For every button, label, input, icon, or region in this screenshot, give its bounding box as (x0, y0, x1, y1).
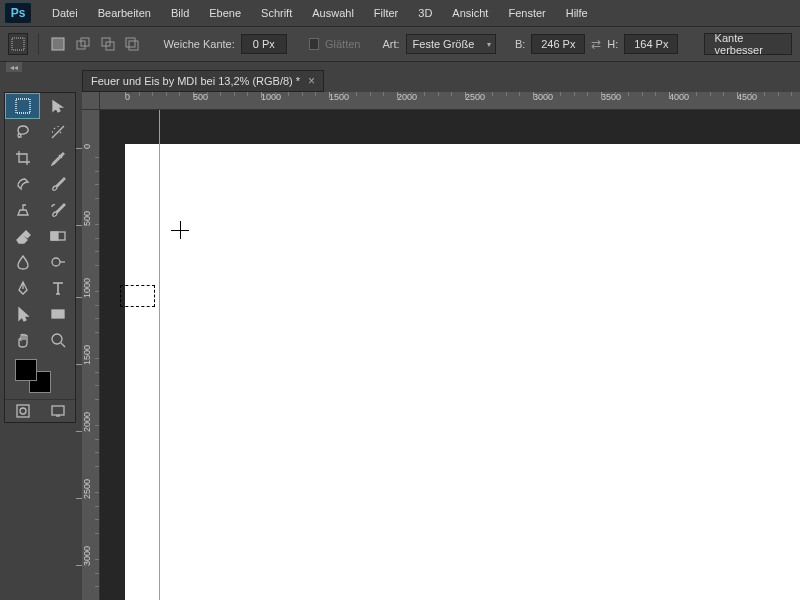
menu-select[interactable]: Auswahl (302, 3, 364, 23)
svg-rect-8 (16, 99, 30, 113)
height-label: H: (607, 38, 618, 50)
menu-view[interactable]: Ansicht (442, 3, 498, 23)
hand-tool[interactable] (5, 327, 40, 353)
clone-stamp-tool[interactable] (5, 197, 40, 223)
foreground-color[interactable] (15, 359, 37, 381)
guide-vertical[interactable] (159, 110, 160, 600)
menu-layer[interactable]: Ebene (199, 3, 251, 23)
subtract-selection-icon[interactable] (98, 34, 117, 54)
document-canvas[interactable] (125, 144, 800, 600)
style-dropdown[interactable]: Feste Größe (406, 34, 497, 54)
expand-toolbox-handle[interactable]: ◂◂ (6, 62, 22, 72)
add-selection-icon[interactable] (74, 34, 93, 54)
zoom-tool[interactable] (40, 327, 75, 353)
ruler-v-tick: 1500 (82, 345, 92, 365)
refine-edge-button[interactable]: Kante verbesser (704, 33, 792, 55)
menu-image[interactable]: Bild (161, 3, 199, 23)
quick-mask-toggle[interactable] (5, 400, 40, 422)
svg-rect-14 (17, 405, 29, 417)
ruler-origin[interactable] (82, 92, 100, 110)
screen-mode-toggle[interactable] (40, 400, 75, 422)
options-bar: Weiche Kante: Glätten Art: Feste Größe B… (0, 26, 800, 62)
eraser-tool[interactable] (5, 223, 40, 249)
ruler-h-tick: 3000 (533, 92, 553, 102)
feather-label: Weiche Kante: (163, 38, 234, 50)
path-selection-tool[interactable] (5, 301, 40, 327)
canvas-area[interactable] (100, 110, 800, 600)
width-input[interactable] (531, 34, 585, 54)
height-input[interactable] (624, 34, 678, 54)
svg-rect-12 (52, 310, 64, 318)
crop-tool[interactable] (5, 145, 40, 171)
marquee-tool[interactable] (5, 93, 40, 119)
blur-tool[interactable] (5, 249, 40, 275)
close-tab-icon[interactable]: × (308, 74, 315, 88)
ruler-horizontal[interactable]: 05001000150020002500300035004000450050 (100, 92, 800, 110)
ruler-h-tick: 2500 (465, 92, 485, 102)
antialias-checkbox[interactable] (309, 38, 319, 50)
svg-point-13 (52, 334, 62, 344)
ruler-v-tick: 2500 (82, 479, 92, 499)
magic-wand-tool[interactable] (40, 119, 75, 145)
menu-type[interactable]: Schrift (251, 3, 302, 23)
style-label: Art: (382, 38, 399, 50)
menubar: Ps Datei Bearbeiten Bild Ebene Schrift A… (0, 0, 800, 26)
menu-edit[interactable]: Bearbeiten (88, 3, 161, 23)
svg-rect-1 (52, 38, 64, 50)
ruler-h-tick: 2000 (397, 92, 417, 102)
color-swatches (5, 353, 75, 399)
pen-tool[interactable] (5, 275, 40, 301)
svg-point-11 (52, 258, 60, 266)
menu-file[interactable]: Datei (42, 3, 88, 23)
dodge-tool[interactable] (40, 249, 75, 275)
width-label: B: (515, 38, 525, 50)
ruler-v-tick: 0 (82, 144, 92, 149)
svg-rect-10 (51, 232, 58, 240)
ruler-v-tick: 3000 (82, 546, 92, 566)
antialias-label: Glätten (325, 38, 360, 50)
svg-rect-6 (126, 38, 135, 47)
menu-3d[interactable]: 3D (408, 3, 442, 23)
brush-tool[interactable] (40, 171, 75, 197)
history-brush-tool[interactable] (40, 197, 75, 223)
separator (38, 33, 39, 55)
marquee-selection (120, 285, 155, 307)
ruler-h-tick: 1500 (329, 92, 349, 102)
ruler-vertical[interactable]: 050010001500200025003000 (82, 110, 100, 600)
eyedropper-tool[interactable] (40, 145, 75, 171)
move-tool[interactable] (40, 93, 75, 119)
new-selection-icon[interactable] (49, 34, 68, 54)
lasso-tool[interactable] (5, 119, 40, 145)
toolbox (4, 92, 76, 423)
document-tab[interactable]: Feuer und Eis by MDI bei 13,2% (RGB/8) *… (82, 70, 324, 92)
ruler-h-tick: 4500 (737, 92, 757, 102)
ruler-h-tick: 4000 (669, 92, 689, 102)
document-tab-title: Feuer und Eis by MDI bei 13,2% (RGB/8) * (91, 75, 300, 87)
feather-input[interactable] (241, 34, 287, 54)
app-logo[interactable]: Ps (4, 2, 32, 24)
ruler-v-tick: 500 (82, 211, 92, 226)
menu-help[interactable]: Hilfe (556, 3, 598, 23)
ruler-h-tick: 0 (125, 92, 130, 102)
type-tool[interactable] (40, 275, 75, 301)
svg-rect-7 (129, 41, 138, 50)
ruler-h-tick: 3500 (601, 92, 621, 102)
svg-point-15 (20, 408, 26, 414)
svg-rect-16 (52, 406, 64, 415)
gradient-tool[interactable] (40, 223, 75, 249)
intersect-selection-icon[interactable] (123, 34, 142, 54)
ruler-h-tick: 1000 (261, 92, 281, 102)
svg-rect-0 (12, 38, 24, 50)
ruler-v-tick: 1000 (82, 278, 92, 298)
swap-wh-icon[interactable]: ⇄ (591, 37, 601, 51)
healing-brush-tool[interactable] (5, 171, 40, 197)
ruler-v-tick: 2000 (82, 412, 92, 432)
menu-filter[interactable]: Filter (364, 3, 408, 23)
menu-window[interactable]: Fenster (498, 3, 555, 23)
tool-preset-picker[interactable] (8, 33, 28, 55)
rectangle-tool[interactable] (40, 301, 75, 327)
document-tab-bar: Feuer und Eis by MDI bei 13,2% (RGB/8) *… (82, 70, 324, 92)
